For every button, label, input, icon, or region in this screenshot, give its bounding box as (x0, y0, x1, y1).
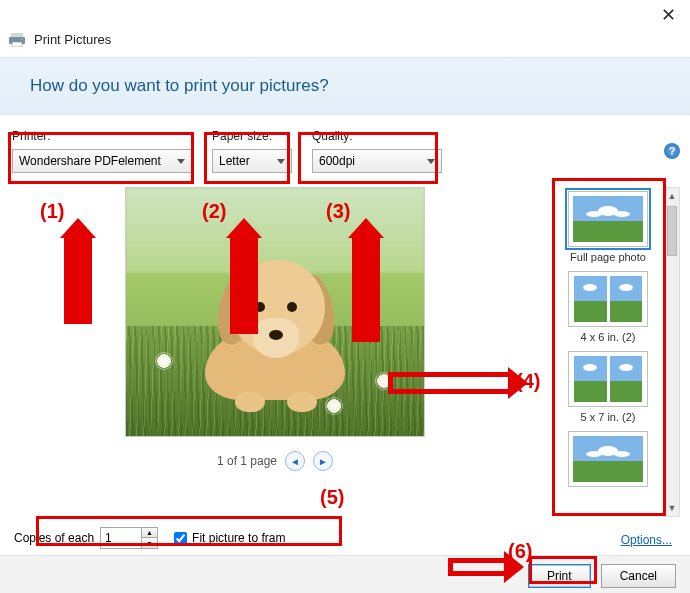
copies-input[interactable] (101, 528, 141, 548)
fit-label: Fit picture to fram (192, 531, 285, 545)
printer-select[interactable]: Wondershare PDFelement (12, 149, 192, 173)
dialog-buttons: Print Cancel (0, 555, 690, 593)
copies-spinner[interactable]: ▲ ▼ (100, 527, 158, 549)
help-icon[interactable]: ? (664, 143, 680, 159)
printer-field: Printer: Wondershare PDFelement (12, 129, 192, 173)
copies-label: Copies of each (14, 531, 94, 545)
svg-rect-0 (11, 33, 23, 37)
window-title: Print Pictures (34, 32, 111, 47)
scroll-thumb[interactable] (667, 206, 677, 256)
pager-text: 1 of 1 page (217, 454, 277, 468)
template-option[interactable]: 5 x 7 in. (2) (568, 351, 648, 423)
template-thumb (568, 431, 648, 487)
templates-panel: Full page photo4 x 6 in. (2)5 x 7 in. (2… (554, 187, 680, 517)
window-header: Print Pictures (0, 30, 690, 57)
template-thumb (568, 351, 648, 407)
banner-heading: How do you want to print your pictures? (30, 76, 660, 96)
scroll-down-icon[interactable]: ▼ (665, 500, 679, 516)
printer-icon (8, 33, 26, 47)
svg-point-3 (21, 38, 23, 40)
scroll-up-icon[interactable]: ▲ (665, 188, 679, 204)
template-label: 5 x 7 in. (2) (580, 411, 635, 423)
paper-label: Paper size: (212, 129, 292, 143)
preview-image (125, 187, 425, 437)
settings-row: Printer: Wondershare PDFelement Paper si… (0, 115, 690, 179)
quality-select[interactable]: 600dpi (312, 149, 442, 173)
next-page-button[interactable]: ► (313, 451, 333, 471)
templates-scrollbar[interactable]: ▲ ▼ (664, 187, 680, 517)
template-option[interactable]: Full page photo (568, 191, 648, 263)
pager: 1 of 1 page ◄ ► (217, 451, 333, 471)
template-option[interactable] (568, 431, 648, 491)
printer-value: Wondershare PDFelement (19, 154, 161, 168)
options-link[interactable]: Options... (621, 533, 672, 547)
paper-value: Letter (219, 154, 250, 168)
quality-label: Quality: (312, 129, 442, 143)
svg-rect-2 (12, 42, 22, 47)
paper-field: Paper size: Letter (212, 129, 292, 173)
template-thumb (568, 191, 648, 247)
quality-field: Quality: 600dpi (312, 129, 442, 173)
quality-value: 600dpi (319, 154, 355, 168)
fit-checkbox[interactable] (174, 532, 187, 545)
copies-up-button[interactable]: ▲ (141, 528, 157, 538)
prev-page-button[interactable]: ◄ (285, 451, 305, 471)
cancel-button[interactable]: Cancel (601, 564, 676, 588)
template-label: 4 x 6 in. (2) (580, 331, 635, 343)
template-thumb (568, 271, 648, 327)
copies-group: Copies of each ▲ ▼ (14, 527, 158, 549)
template-option[interactable]: 4 x 6 in. (2) (568, 271, 648, 343)
bottom-controls: Copies of each ▲ ▼ Fit picture to fram (0, 521, 690, 555)
banner: How do you want to print your pictures? (0, 57, 690, 115)
copies-down-button[interactable]: ▼ (141, 538, 157, 548)
template-label: Full page photo (570, 251, 646, 263)
paper-select[interactable]: Letter (212, 149, 292, 173)
close-icon[interactable]: ✕ (661, 4, 676, 26)
print-button[interactable]: Print (528, 564, 591, 588)
fit-checkbox-group[interactable]: Fit picture to fram (174, 531, 285, 545)
printer-label: Printer: (12, 129, 192, 143)
